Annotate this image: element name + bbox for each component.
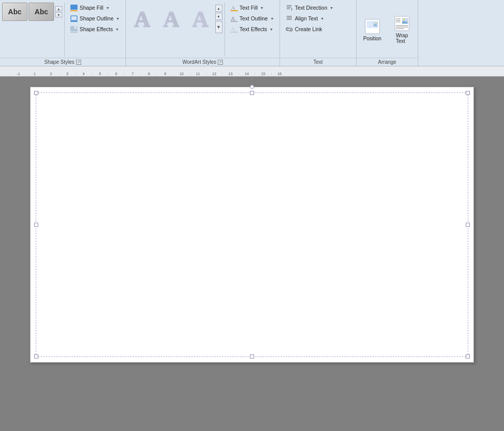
- handle-top-center[interactable]: [250, 91, 254, 95]
- text-fill-icon: A: [231, 4, 238, 11]
- wrap-text-label: WrapText: [396, 33, 408, 44]
- text-outline-icon: A: [231, 15, 238, 22]
- handle-bottom-right[interactable]: [466, 354, 470, 358]
- shape-scroll-up[interactable]: ▲: [55, 6, 62, 11]
- textbox-selected[interactable]: [36, 92, 468, 357]
- handle-bottom-center[interactable]: [250, 354, 254, 358]
- shape-styles-content: Abc Abc ▲ ▼: [0, 0, 125, 58]
- text-outline-label: Text Outline: [240, 15, 268, 21]
- svg-rect-6: [70, 32, 78, 33]
- shape-styles-expand[interactable]: ↗: [76, 60, 81, 65]
- create-link-btn[interactable]: Create Link: [283, 24, 336, 34]
- wordart-scroll-down[interactable]: ▼: [215, 13, 222, 20]
- svg-rect-0: [70, 5, 78, 10]
- create-link-icon: [286, 26, 293, 33]
- shape-outline-label: Shape Outline: [80, 15, 114, 21]
- svg-text:A: A: [231, 26, 235, 32]
- handle-top-left[interactable]: [34, 91, 38, 95]
- wordart-scroll-up[interactable]: ▲: [215, 5, 222, 12]
- move-handle[interactable]: [250, 85, 254, 89]
- text-group-content: Text Direction ▼ Align Text ▼: [280, 0, 356, 58]
- text-effects-icon: A: [231, 26, 238, 33]
- wordart-letter-1: A: [134, 6, 150, 32]
- position-label: Position: [363, 36, 382, 41]
- wordart-scroll-dropdown[interactable]: ▼: [215, 21, 222, 33]
- wrap-text-btn[interactable]: WrapText: [388, 16, 416, 43]
- svg-rect-1: [70, 10, 78, 11]
- align-text-label: Align Text: [295, 15, 318, 21]
- svg-point-23: [375, 23, 376, 24]
- align-text-icon: [286, 15, 293, 22]
- align-text-btn[interactable]: Align Text ▼: [283, 13, 336, 23]
- shape-styles-group: Abc Abc ▲ ▼: [0, 0, 126, 66]
- text-effects-label: Text Effects: [240, 26, 267, 32]
- shape-scroll-dropdown[interactable]: ▼: [55, 12, 62, 17]
- position-icon: [364, 18, 381, 35]
- arrange-group: Position: [357, 0, 418, 66]
- shape-outline-arrow: ▼: [116, 17, 120, 20]
- shape-scroll: ▲ ▼: [55, 6, 62, 17]
- text-fill-btn[interactable]: A Text Fill ▼: [228, 3, 276, 13]
- shape-sample-1[interactable]: Abc: [2, 3, 28, 21]
- arrange-label: Arrange: [378, 59, 396, 65]
- text-effects-arrow: ▼: [270, 28, 273, 31]
- document-page: [30, 87, 474, 363]
- svg-rect-10: [231, 21, 238, 22]
- shape-commands: Shape Fill ▼ Shape Outline ▼: [67, 2, 123, 35]
- wordart-styles-footer: WordArt Styles ↗: [126, 58, 280, 66]
- handle-bottom-left[interactable]: [34, 354, 38, 358]
- svg-rect-3: [70, 21, 78, 22]
- text-fill-label: Text Fill: [240, 5, 258, 11]
- text-effects-btn[interactable]: A Text Effects ▼: [228, 24, 276, 34]
- wordart-letter-2: A: [163, 6, 180, 32]
- svg-rect-8: [231, 10, 238, 11]
- shape-effects-arrow: ▼: [115, 28, 119, 31]
- handle-top-right[interactable]: [466, 91, 470, 95]
- svg-point-5: [74, 26, 77, 29]
- wordart-styles-label: WordArt Styles: [182, 59, 216, 65]
- wordart-sample-2[interactable]: A: [157, 2, 186, 36]
- document-area[interactable]: [0, 77, 504, 431]
- wordart-letter-3: A: [192, 6, 209, 32]
- wordart-sample-1[interactable]: A: [128, 2, 157, 36]
- create-link-label: Create Link: [295, 26, 322, 32]
- ribbon: Abc Abc ▲ ▼: [0, 0, 504, 66]
- text-group: Text Direction ▼ Align Text ▼: [280, 0, 357, 66]
- text-direction-arrow: ▼: [330, 6, 334, 10]
- text-direction-icon: [286, 4, 293, 11]
- shape-effects-icon: [70, 26, 78, 33]
- handle-middle-left[interactable]: [34, 223, 38, 227]
- shape-styles-label: Shape Styles: [44, 59, 74, 65]
- shape-effects-label: Shape Effects: [80, 26, 113, 32]
- shape-fill-icon: [70, 4, 78, 11]
- arrange-group-footer: Arrange: [357, 58, 418, 66]
- text-direction-label: Text Direction: [295, 5, 327, 11]
- text-outline-arrow: ▼: [270, 17, 274, 20]
- svg-rect-2: [71, 16, 77, 20]
- text-outline-btn[interactable]: A Text Outline ▼: [228, 13, 276, 23]
- wordart-styles-group: A A A ▲ ▼ ▼: [126, 0, 280, 66]
- svg-text:A: A: [231, 15, 235, 21]
- shape-effects-btn[interactable]: Shape Effects ▼: [68, 24, 122, 34]
- wordart-sample-3[interactable]: A: [186, 2, 215, 36]
- text-group-label: Text: [313, 59, 322, 65]
- arrange-group-content: Position: [357, 0, 418, 58]
- shape-styles-footer: Shape Styles ↗: [0, 58, 125, 66]
- position-btn[interactable]: Position: [359, 16, 386, 43]
- shape-fill-btn[interactable]: Shape Fill ▼: [68, 3, 122, 13]
- shape-sample-2[interactable]: Abc: [29, 3, 54, 21]
- ruler: · -1 · 1 · 2 · 3 · 4 · 5 · 6 · 7 · 8 · 9…: [0, 66, 504, 77]
- svg-rect-12: [231, 32, 238, 33]
- align-text-arrow: ▼: [320, 17, 324, 20]
- shape-outline-btn[interactable]: Shape Outline ▼: [68, 13, 122, 23]
- ribbon-groups: Abc Abc ▲ ▼: [0, 0, 504, 66]
- shape-fill-arrow: ▼: [106, 6, 110, 10]
- wordart-styles-content: A A A ▲ ▼ ▼: [126, 0, 280, 58]
- handle-middle-right[interactable]: [466, 223, 470, 227]
- text-format-commands: A Text Fill ▼ A: [227, 2, 278, 35]
- text-fill-arrow: ▼: [260, 6, 264, 10]
- wrap-text-icon: [394, 15, 410, 32]
- wordart-styles-expand[interactable]: ↗: [218, 60, 223, 65]
- text-direction-btn[interactable]: Text Direction ▼: [283, 3, 336, 13]
- shape-outline-icon: [70, 15, 78, 22]
